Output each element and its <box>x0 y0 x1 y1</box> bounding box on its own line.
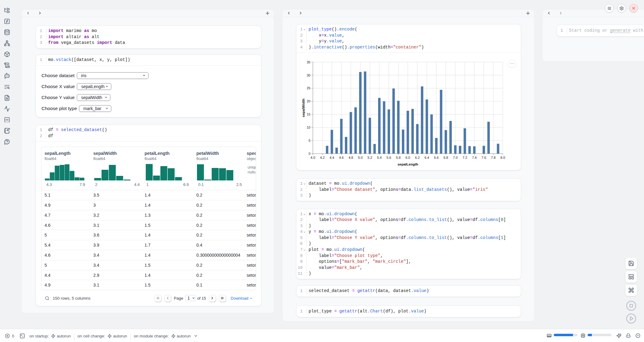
svg-text:25: 25 <box>307 87 310 90</box>
svg-text:30: 30 <box>307 73 310 77</box>
svg-text:6.8: 6.8 <box>443 156 448 159</box>
svg-text:7.6: 7.6 <box>481 156 486 159</box>
svg-text:7.4: 7.4 <box>472 156 477 159</box>
svg-text:5.2: 5.2 <box>367 156 372 159</box>
svg-text:6.2: 6.2 <box>415 156 420 159</box>
svg-text:sepalLength: sepalLength <box>398 162 418 166</box>
svg-text:4.4: 4.4 <box>330 156 334 159</box>
svg-text:5.4: 5.4 <box>377 156 381 159</box>
svg-text:6.0: 6.0 <box>406 156 410 159</box>
svg-text:4.6: 4.6 <box>339 156 344 159</box>
svg-text:8.0: 8.0 <box>500 156 505 159</box>
svg-text:15: 15 <box>307 113 310 116</box>
svg-text:10: 10 <box>307 126 310 130</box>
svg-text:5.8: 5.8 <box>396 156 401 159</box>
svg-text:5: 5 <box>309 139 310 143</box>
svg-text:6.6: 6.6 <box>434 156 438 159</box>
svg-text:0: 0 <box>309 152 310 155</box>
svg-text:7.0: 7.0 <box>453 156 458 159</box>
svg-text:35: 35 <box>307 60 310 64</box>
svg-text:6.4: 6.4 <box>424 156 429 159</box>
svg-text:7.2: 7.2 <box>463 156 467 159</box>
svg-text:sepalWidth: sepalWidth <box>302 99 305 117</box>
svg-text:7.8: 7.8 <box>491 156 496 159</box>
svg-text:20: 20 <box>307 100 310 103</box>
svg-text:4.8: 4.8 <box>349 156 353 159</box>
svg-text:5.6: 5.6 <box>387 156 391 159</box>
svg-text:5.0: 5.0 <box>358 156 363 159</box>
svg-text:4.0: 4.0 <box>310 156 315 159</box>
svg-text:4.2: 4.2 <box>320 156 325 159</box>
